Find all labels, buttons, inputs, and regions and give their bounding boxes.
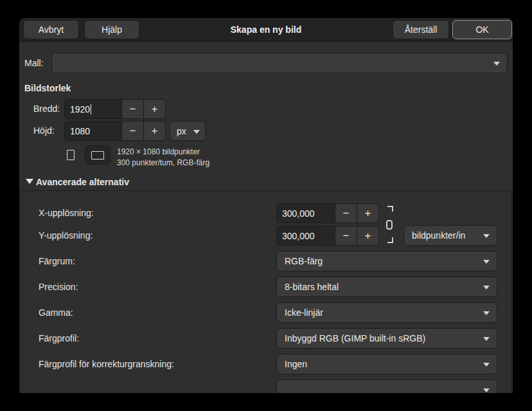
x-resolution-spinbox: 300,000 − +: [276, 203, 379, 223]
colorspace-combobox[interactable]: RGB-färg: [276, 251, 497, 271]
width-increment-button[interactable]: +: [143, 100, 165, 118]
reset-button[interactable]: Återställ: [393, 20, 449, 39]
height-input[interactable]: 1080: [65, 122, 121, 140]
resolution-unit-combobox[interactable]: bildpunkter/in: [403, 225, 497, 246]
dialog-titlebar: Skapa en ny bild Avbryt Hjälp Återställ …: [19, 18, 513, 42]
chevron-down-icon: [483, 388, 490, 392]
gamma-label: Gamma:: [39, 307, 73, 318]
chevron-down-icon: [193, 130, 200, 134]
chevron-down-icon: [483, 337, 490, 341]
ok-button[interactable]: OK: [452, 20, 512, 39]
color-profile-combobox[interactable]: Inbyggd RGB (GIMP built-in sRGB): [276, 328, 497, 349]
chevron-down-icon: [483, 311, 490, 315]
advanced-options-label: Avancerade alternativ: [36, 177, 129, 187]
size-unit-combobox[interactable]: px: [170, 121, 206, 141]
width-decrement-button[interactable]: −: [121, 100, 143, 118]
x-resolution-input[interactable]: 300,000: [277, 204, 335, 223]
y-resolution-label: Y-upplösning:: [39, 230, 93, 241]
width-label: Bredd:: [33, 104, 60, 114]
width-input[interactable]: 1920: [65, 100, 121, 118]
chevron-down-icon: [493, 62, 500, 66]
template-label: Mall:: [24, 58, 44, 68]
resolution-chain-button[interactable]: [386, 206, 395, 243]
y-resolution-spinbox: 300,000 − +: [276, 226, 379, 246]
height-label: Höjd:: [33, 125, 55, 136]
height-decrement-button[interactable]: −: [121, 122, 143, 140]
proof-profile-combobox[interactable]: Ingen: [276, 354, 497, 374]
y-resolution-decrement-button[interactable]: −: [335, 226, 357, 245]
gamma-combobox[interactable]: Icke-linjär: [276, 302, 497, 323]
chain-link-icon: [387, 206, 393, 212]
size-info-line2: 300 punkter/tum, RGB-färg: [117, 158, 209, 167]
x-resolution-increment-button[interactable]: +: [357, 204, 378, 223]
new-image-dialog: Skapa en ny bild Avbryt Hjälp Återställ …: [19, 18, 513, 393]
proof-profile-label: Färgprofil för korrekturgranskning:: [39, 359, 174, 369]
chevron-down-icon: [483, 234, 490, 238]
size-info-line1: 1920 × 1080 bildpunkter: [117, 147, 200, 156]
image-size-section-title: Bildstorlek: [24, 83, 71, 93]
landscape-page-icon: [91, 151, 104, 160]
color-profile-label: Färgprofil:: [39, 333, 79, 343]
orientation-portrait-button[interactable]: [62, 145, 80, 165]
width-spinbox: 1920 − +: [64, 99, 166, 119]
orientation-landscape-button[interactable]: [85, 145, 111, 165]
text-caret: [91, 104, 91, 114]
template-combobox[interactable]: [51, 53, 508, 73]
y-resolution-input[interactable]: 300,000: [277, 226, 335, 245]
precision-combobox[interactable]: 8-bitars heltal: [276, 277, 497, 297]
help-button[interactable]: Hjälp: [84, 20, 139, 39]
colorspace-label: Färgrum:: [39, 256, 75, 266]
height-increment-button[interactable]: +: [143, 122, 165, 140]
x-resolution-decrement-button[interactable]: −: [335, 204, 357, 223]
expander-arrow-icon: [26, 179, 33, 184]
cancel-button[interactable]: Avbryt: [23, 20, 79, 39]
precision-label: Precision:: [39, 282, 78, 292]
portrait-page-icon: [67, 150, 75, 160]
chevron-down-icon: [483, 363, 490, 367]
cut-off-combobox[interactable]: [276, 379, 497, 393]
y-resolution-increment-button[interactable]: +: [357, 226, 378, 245]
x-resolution-label: X-upplösning:: [39, 208, 94, 218]
height-spinbox: 1080 − +: [64, 121, 166, 141]
chevron-down-icon: [483, 286, 490, 289]
chevron-down-icon: [483, 260, 490, 264]
